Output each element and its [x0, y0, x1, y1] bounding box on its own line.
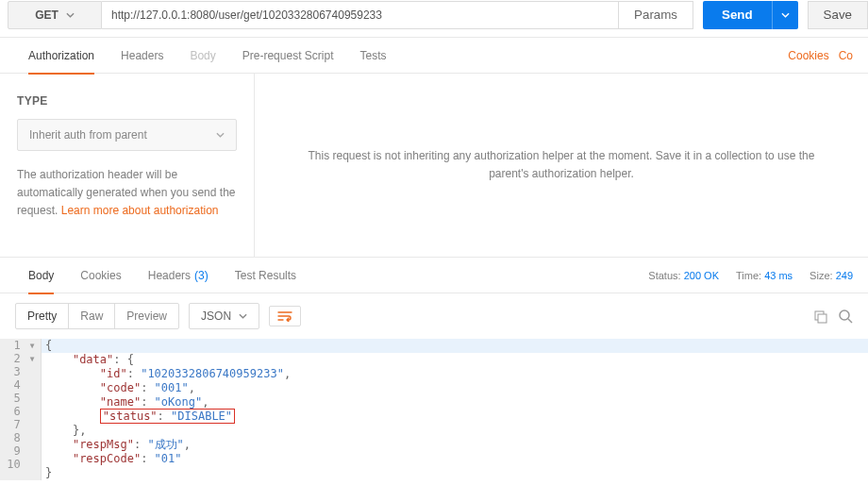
response-meta: Status: 200 OK Time: 43 ms Size: 249 [648, 270, 853, 281]
send-dropdown-button[interactable] [772, 1, 798, 29]
code-link[interactable]: Co [839, 49, 853, 62]
request-tabs: Authorization Headers Body Pre-request S… [0, 38, 868, 74]
code-line: "code": "001", [42, 381, 868, 395]
fold-icon[interactable]: ▾ [27, 352, 37, 365]
resp-tab-cookies[interactable]: Cookies [67, 258, 134, 293]
auth-help-link[interactable]: Learn more about authorization [61, 204, 219, 217]
gutter-line: 7 [4, 418, 37, 431]
url-input[interactable] [102, 1, 619, 29]
http-method-label: GET [35, 8, 58, 22]
code-line: }, [42, 424, 868, 438]
tab-authorization[interactable]: Authorization [15, 38, 108, 74]
send-button[interactable]: Send [703, 1, 772, 29]
viewmode-raw[interactable]: Raw [69, 304, 115, 328]
gutter-line: 2 ▾ [4, 352, 37, 365]
code-line: "data": { [42, 353, 868, 367]
tab-tests[interactable]: Tests [346, 38, 399, 74]
gutter-line: 9 [4, 444, 37, 458]
code-line: "id": "1020332806740959233", [42, 367, 868, 381]
highlighted-line: "status": "DISABLE" [100, 409, 235, 424]
auth-type-value: Inherit auth from parent [29, 128, 147, 142]
code-line: "respCode": "01" [42, 452, 868, 466]
gutter-line: 6 [4, 405, 37, 418]
auth-help-text: The authorization header will be automat… [17, 166, 237, 221]
fold-icon[interactable]: ▾ [27, 339, 37, 352]
gutter-line: 4 [4, 378, 37, 392]
http-method-select[interactable]: GET [8, 1, 102, 29]
viewmode-group: Pretty Raw Preview [15, 303, 179, 329]
params-button[interactable]: Params [619, 1, 693, 29]
chevron-down-icon [781, 12, 790, 18]
resp-tab-testresults[interactable]: Test Results [222, 258, 309, 293]
search-icon[interactable] [839, 309, 853, 324]
gutter-line: 8 [4, 431, 37, 444]
auth-type-label: TYPE [17, 94, 237, 108]
headers-count: (3) [194, 269, 209, 282]
code-line: "name": "oKong", [42, 395, 868, 410]
wrap-lines-button[interactable] [269, 306, 301, 326]
viewmode-preview[interactable]: Preview [115, 304, 178, 328]
save-button[interactable]: Save [808, 1, 868, 29]
tab-body[interactable]: Body [176, 38, 228, 74]
code-line: "respMsg": "成功", [42, 438, 868, 452]
response-body: 1 ▾2 ▾3 4 5 6 7 8 9 10 { "data": { "id":… [0, 339, 868, 480]
chevron-down-icon [216, 132, 225, 138]
gutter-line: 3 [4, 365, 37, 378]
auth-inherit-message: This request is not inheriting any autho… [255, 74, 868, 257]
svg-point-2 [840, 310, 849, 320]
chevron-down-icon [239, 313, 247, 319]
time-value: 43 ms [764, 270, 793, 281]
viewmode-pretty[interactable]: Pretty [16, 304, 69, 328]
gutter-line: 10 [4, 458, 37, 471]
cookies-link[interactable]: Cookies [788, 49, 828, 62]
gutter-line: 5 [4, 392, 37, 405]
format-select[interactable]: JSON [189, 303, 259, 329]
copy-icon[interactable] [813, 309, 827, 324]
auth-type-select[interactable]: Inherit auth from parent [17, 119, 237, 151]
code-line: } [42, 466, 868, 480]
gutter-line: 1 ▾ [4, 339, 37, 352]
resp-tab-headers[interactable]: Headers (3) [135, 258, 222, 293]
tab-headers[interactable]: Headers [108, 38, 176, 74]
chevron-down-icon [66, 12, 75, 18]
status-value: 200 OK [684, 270, 719, 281]
svg-rect-1 [818, 314, 826, 323]
wrap-icon [277, 310, 292, 322]
response-tabs: Body Cookies Headers (3) Test Results St… [0, 258, 868, 293]
code-line: "status": "DISABLE" [42, 410, 868, 424]
size-value: 249 [836, 270, 853, 281]
code-line: { [42, 339, 868, 353]
resp-tab-body[interactable]: Body [15, 258, 67, 293]
tab-prerequest[interactable]: Pre-request Script [229, 38, 347, 74]
